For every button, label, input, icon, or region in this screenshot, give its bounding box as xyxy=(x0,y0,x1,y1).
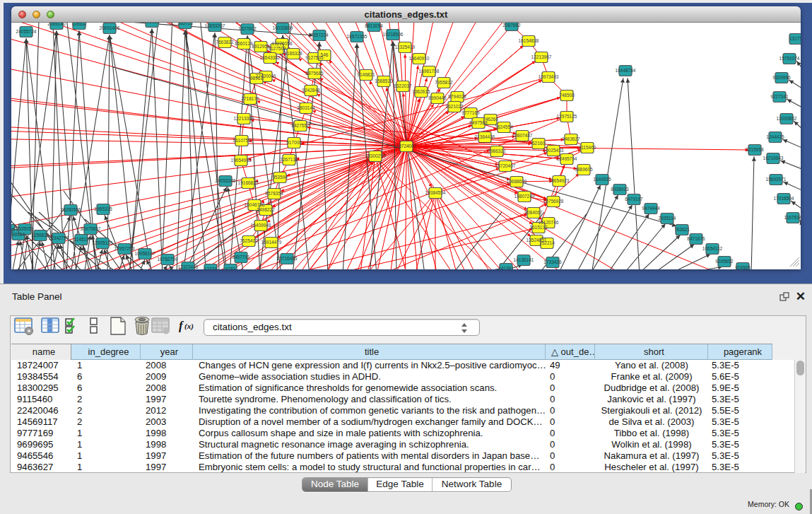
svg-text:21364436: 21364436 xyxy=(475,134,495,139)
svg-text:f: f xyxy=(179,319,184,332)
svg-text:105532: 105532 xyxy=(71,23,87,26)
svg-text:1167534: 1167534 xyxy=(784,215,801,220)
svg-text:1640935: 1640935 xyxy=(593,177,611,182)
svg-text:7986322: 7986322 xyxy=(488,148,506,153)
svg-text:16154838: 16154838 xyxy=(519,38,539,43)
svg-text:10654112: 10654112 xyxy=(702,246,723,251)
svg-text:7357224: 7357224 xyxy=(310,33,329,37)
svg-text:16448784: 16448784 xyxy=(616,68,636,73)
svg-text:10688609: 10688609 xyxy=(507,179,527,184)
svg-text:7955812: 7955812 xyxy=(435,80,453,85)
svg-text:11325419: 11325419 xyxy=(395,45,416,49)
svg-text:18300295: 18300295 xyxy=(365,153,386,158)
svg-text:8912954: 8912954 xyxy=(252,44,270,49)
svg-text:16120746: 16120746 xyxy=(539,220,559,225)
svg-text:14136141: 14136141 xyxy=(514,257,534,262)
svg-text:12495794: 12495794 xyxy=(557,156,577,161)
svg-text:12329: 12329 xyxy=(204,267,217,269)
svg-text:6322037: 6322037 xyxy=(394,83,412,88)
svg-text:1588520: 1588520 xyxy=(375,78,393,83)
svg-text:8813054: 8813054 xyxy=(365,23,383,28)
svg-text:1362615: 1362615 xyxy=(412,89,430,94)
svg-text:106553: 106553 xyxy=(144,23,160,24)
svg-text:19654923: 19654923 xyxy=(549,178,570,183)
svg-text:9457791: 9457791 xyxy=(232,255,250,259)
svg-text:62160: 62160 xyxy=(532,141,545,146)
svg-text:1610755: 1610755 xyxy=(233,138,251,143)
svg-text:12323446: 12323446 xyxy=(178,264,199,269)
svg-text:12505135: 12505135 xyxy=(93,240,113,245)
svg-text:20691406: 20691406 xyxy=(100,25,120,30)
svg-text:16914479: 16914479 xyxy=(261,240,282,245)
svg-text:8660124: 8660124 xyxy=(235,41,253,46)
svg-text:26260556: 26260556 xyxy=(61,207,81,212)
svg-text:252214: 252214 xyxy=(539,240,555,245)
svg-text:16543382: 16543382 xyxy=(260,55,281,60)
svg-text:2803144: 2803144 xyxy=(297,105,315,110)
svg-text:17957253: 17957253 xyxy=(114,246,135,251)
svg-text:746266: 746266 xyxy=(483,117,498,122)
svg-text:16961758: 16961758 xyxy=(419,69,440,74)
svg-text:12342757: 12342757 xyxy=(49,235,69,240)
svg-text:39154: 39154 xyxy=(12,232,25,237)
svg-text:2935114: 2935114 xyxy=(659,216,676,221)
svg-text:1733426: 1733426 xyxy=(543,259,562,264)
svg-text:19218506: 19218506 xyxy=(383,32,404,37)
svg-text:953594: 953594 xyxy=(272,175,288,180)
svg-text:19384554: 19384554 xyxy=(425,190,446,195)
svg-text:1621022: 1621022 xyxy=(445,104,464,109)
svg-text:6794028: 6794028 xyxy=(448,94,466,99)
svg-text:9146821: 9146821 xyxy=(357,72,375,77)
svg-text:9777169: 9777169 xyxy=(461,110,480,115)
svg-text:10958107: 10958107 xyxy=(135,251,155,256)
svg-text:9115460: 9115460 xyxy=(579,145,596,150)
svg-text:7625402: 7625402 xyxy=(240,238,258,243)
svg-text:13226058: 13226058 xyxy=(272,41,293,46)
svg-text:19654985: 19654985 xyxy=(231,158,252,163)
svg-text:2087682: 2087682 xyxy=(502,23,521,28)
svg-text:18724007: 18724007 xyxy=(396,144,417,148)
svg-text:15692971: 15692971 xyxy=(766,177,787,182)
svg-text:8427552: 8427552 xyxy=(291,123,310,128)
svg-text:9245652: 9245652 xyxy=(715,259,734,264)
svg-text:1527602: 1527602 xyxy=(238,26,257,31)
svg-text:9242848: 9242848 xyxy=(302,88,320,93)
svg-text:30975857: 30975857 xyxy=(81,226,101,231)
svg-text:8186328: 8186328 xyxy=(284,51,302,56)
svg-text:16033809: 16033809 xyxy=(273,25,293,30)
svg-text:5875685: 5875685 xyxy=(305,71,324,76)
svg-text:9127509: 9127509 xyxy=(268,46,286,51)
svg-text:16782759: 16782759 xyxy=(158,257,178,262)
svg-text:3267130: 3267130 xyxy=(280,157,298,162)
svg-text:8938923: 8938923 xyxy=(611,187,629,192)
svg-text:9084067: 9084067 xyxy=(524,210,543,215)
svg-text:13175: 13175 xyxy=(789,36,801,41)
svg-text:9463627: 9463627 xyxy=(562,136,580,141)
svg-text:9227341: 9227341 xyxy=(770,94,789,99)
svg-text:1985335: 1985335 xyxy=(94,206,112,211)
svg-text:6479197: 6479197 xyxy=(625,197,643,201)
svg-text:10973493: 10973493 xyxy=(539,74,559,79)
svg-text:114519: 114519 xyxy=(73,237,89,242)
svg-text:15751074: 15751074 xyxy=(779,56,800,61)
svg-text:1244415: 1244415 xyxy=(766,134,784,139)
svg-text:10756928: 10756928 xyxy=(543,199,564,204)
svg-text:(x): (x) xyxy=(184,322,194,331)
svg-text:12975125: 12975125 xyxy=(557,114,577,119)
svg-text:3624554: 3624554 xyxy=(495,124,513,129)
svg-text:10025433: 10025433 xyxy=(543,148,564,153)
svg-text:19166825: 19166825 xyxy=(238,180,259,185)
svg-text:3498222: 3498222 xyxy=(257,207,275,212)
svg-text:748508: 748508 xyxy=(559,93,575,98)
svg-text:9889605: 9889605 xyxy=(575,167,593,172)
svg-text:917006: 917006 xyxy=(286,140,302,145)
svg-text:16409948: 16409948 xyxy=(251,223,271,228)
svg-text:9474444: 9474444 xyxy=(642,206,660,211)
svg-text:15720407: 15720407 xyxy=(495,163,516,168)
svg-text:924565: 924565 xyxy=(735,265,751,269)
svg-text:8578354: 8578354 xyxy=(265,191,283,196)
svg-text:8471676: 8471676 xyxy=(687,236,705,241)
svg-text:8990448: 8990448 xyxy=(428,95,447,100)
svg-text:165713: 165713 xyxy=(177,23,193,25)
svg-text:3215958: 3215958 xyxy=(746,147,764,152)
